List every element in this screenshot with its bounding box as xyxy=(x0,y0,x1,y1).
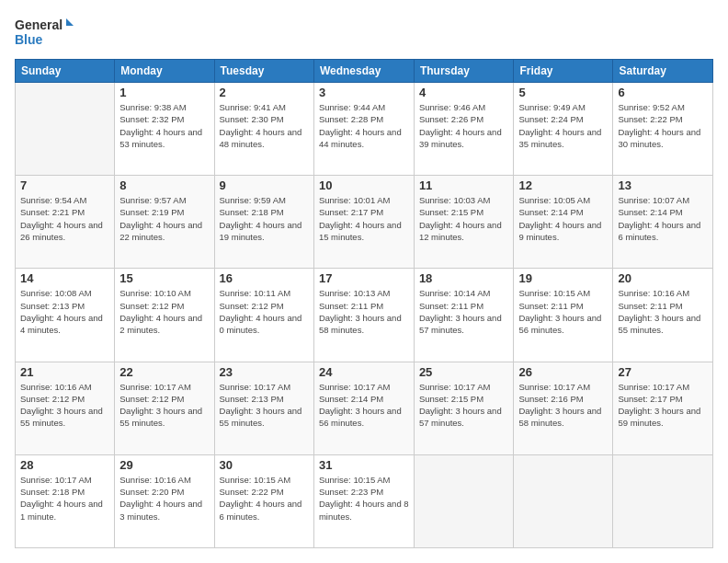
calendar-cell: 13Sunrise: 10:07 AM Sunset: 2:14 PM Dayl… xyxy=(613,176,713,269)
day-number: 20 xyxy=(618,271,708,285)
calendar-cell xyxy=(514,454,613,547)
day-info: Sunrise: 10:08 AM Sunset: 2:13 PM Daylig… xyxy=(20,287,109,336)
page: General Blue SundayMondayTuesdayWednesda… xyxy=(0,0,728,563)
calendar-cell: 28Sunrise: 10:17 AM Sunset: 2:18 PM Dayl… xyxy=(16,454,115,547)
calendar-cell: 15Sunrise: 10:10 AM Sunset: 2:12 PM Dayl… xyxy=(115,269,214,362)
weekday-header-row: SundayMondayTuesdayWednesdayThursdayFrid… xyxy=(16,60,713,83)
day-info: Sunrise: 10:16 AM Sunset: 2:11 PM Daylig… xyxy=(618,287,708,336)
week-row-4: 21Sunrise: 10:16 AM Sunset: 2:12 PM Dayl… xyxy=(16,362,713,454)
day-number: 25 xyxy=(419,365,509,379)
day-info: Sunrise: 9:46 AM Sunset: 2:26 PM Dayligh… xyxy=(419,101,509,150)
week-row-3: 14Sunrise: 10:08 AM Sunset: 2:13 PM Dayl… xyxy=(16,269,713,362)
calendar-cell: 17Sunrise: 10:13 AM Sunset: 2:11 PM Dayl… xyxy=(313,269,414,362)
calendar-cell: 4Sunrise: 9:46 AM Sunset: 2:26 PM Daylig… xyxy=(414,83,514,176)
weekday-saturday: Saturday xyxy=(613,60,713,83)
day-number: 26 xyxy=(518,365,608,379)
week-row-2: 7Sunrise: 9:54 AM Sunset: 2:21 PM Daylig… xyxy=(16,176,713,269)
day-number: 3 xyxy=(319,86,409,99)
calendar-cell: 30Sunrise: 10:15 AM Sunset: 2:22 PM Dayl… xyxy=(214,454,313,547)
calendar-cell: 29Sunrise: 10:16 AM Sunset: 2:20 PM Dayl… xyxy=(115,454,214,547)
day-number: 2 xyxy=(220,86,309,99)
day-number: 15 xyxy=(119,271,209,285)
day-number: 28 xyxy=(20,458,109,472)
day-number: 14 xyxy=(20,271,109,285)
calendar-cell: 23Sunrise: 10:17 AM Sunset: 2:13 PM Dayl… xyxy=(214,362,313,454)
day-info: Sunrise: 10:17 AM Sunset: 2:15 PM Daylig… xyxy=(419,381,509,430)
weekday-tuesday: Tuesday xyxy=(214,60,313,83)
calendar-cell: 25Sunrise: 10:17 AM Sunset: 2:15 PM Dayl… xyxy=(414,362,514,454)
calendar-cell: 2Sunrise: 9:41 AM Sunset: 2:30 PM Daylig… xyxy=(214,83,313,176)
day-number: 18 xyxy=(419,271,509,285)
day-number: 8 xyxy=(119,178,209,192)
day-info: Sunrise: 10:03 AM Sunset: 2:15 PM Daylig… xyxy=(419,194,509,243)
calendar-cell: 1Sunrise: 9:38 AM Sunset: 2:32 PM Daylig… xyxy=(115,83,214,176)
calendar-cell: 24Sunrise: 10:17 AM Sunset: 2:14 PM Dayl… xyxy=(313,362,414,454)
day-number: 1 xyxy=(119,86,209,99)
day-number: 22 xyxy=(119,365,209,379)
day-info: Sunrise: 10:16 AM Sunset: 2:12 PM Daylig… xyxy=(20,381,109,430)
day-info: Sunrise: 10:16 AM Sunset: 2:20 PM Daylig… xyxy=(119,474,209,523)
weekday-monday: Monday xyxy=(115,60,214,83)
day-info: Sunrise: 9:44 AM Sunset: 2:28 PM Dayligh… xyxy=(319,101,409,150)
calendar-cell: 9Sunrise: 9:59 AM Sunset: 2:18 PM Daylig… xyxy=(214,176,313,269)
day-number: 13 xyxy=(618,178,708,192)
day-number: 24 xyxy=(319,365,409,379)
calendar-cell: 8Sunrise: 9:57 AM Sunset: 2:19 PM Daylig… xyxy=(115,176,214,269)
day-number: 30 xyxy=(220,458,309,472)
day-number: 9 xyxy=(220,178,309,192)
day-info: Sunrise: 10:17 AM Sunset: 2:17 PM Daylig… xyxy=(618,381,708,430)
day-number: 6 xyxy=(618,86,708,99)
calendar-cell: 3Sunrise: 9:44 AM Sunset: 2:28 PM Daylig… xyxy=(313,83,414,176)
day-number: 11 xyxy=(419,178,509,192)
day-number: 7 xyxy=(20,178,109,192)
calendar-cell xyxy=(16,83,115,176)
calendar-cell: 11Sunrise: 10:03 AM Sunset: 2:15 PM Dayl… xyxy=(414,176,514,269)
day-number: 4 xyxy=(419,86,509,99)
calendar-cell: 26Sunrise: 10:17 AM Sunset: 2:16 PM Dayl… xyxy=(514,362,613,454)
weekday-wednesday: Wednesday xyxy=(313,60,414,83)
day-number: 27 xyxy=(618,365,708,379)
calendar-cell: 18Sunrise: 10:14 AM Sunset: 2:11 PM Dayl… xyxy=(414,269,514,362)
day-info: Sunrise: 9:38 AM Sunset: 2:32 PM Dayligh… xyxy=(119,101,209,150)
day-info: Sunrise: 10:15 AM Sunset: 2:11 PM Daylig… xyxy=(518,287,608,336)
day-number: 12 xyxy=(518,178,608,192)
svg-text:General: General xyxy=(15,17,63,32)
day-info: Sunrise: 10:10 AM Sunset: 2:12 PM Daylig… xyxy=(119,287,209,336)
day-info: Sunrise: 10:05 AM Sunset: 2:14 PM Daylig… xyxy=(518,194,608,243)
day-info: Sunrise: 9:59 AM Sunset: 2:18 PM Dayligh… xyxy=(220,194,309,243)
day-info: Sunrise: 10:17 AM Sunset: 2:18 PM Daylig… xyxy=(20,474,109,523)
calendar-table: SundayMondayTuesdayWednesdayThursdayFrid… xyxy=(15,59,713,548)
svg-marker-1 xyxy=(66,18,74,26)
calendar-cell: 5Sunrise: 9:49 AM Sunset: 2:24 PM Daylig… xyxy=(514,83,613,176)
weekday-sunday: Sunday xyxy=(16,60,115,83)
day-info: Sunrise: 10:17 AM Sunset: 2:12 PM Daylig… xyxy=(119,381,209,430)
calendar-cell: 31Sunrise: 10:15 AM Sunset: 2:23 PM Dayl… xyxy=(313,454,414,547)
calendar-cell: 12Sunrise: 10:05 AM Sunset: 2:14 PM Dayl… xyxy=(514,176,613,269)
calendar-cell: 22Sunrise: 10:17 AM Sunset: 2:12 PM Dayl… xyxy=(115,362,214,454)
day-info: Sunrise: 10:15 AM Sunset: 2:22 PM Daylig… xyxy=(220,474,309,523)
day-info: Sunrise: 9:52 AM Sunset: 2:22 PM Dayligh… xyxy=(618,101,708,150)
day-info: Sunrise: 9:57 AM Sunset: 2:19 PM Dayligh… xyxy=(119,194,209,243)
day-info: Sunrise: 9:49 AM Sunset: 2:24 PM Dayligh… xyxy=(518,101,608,150)
day-number: 17 xyxy=(319,271,409,285)
day-number: 31 xyxy=(319,458,409,472)
day-info: Sunrise: 10:01 AM Sunset: 2:17 PM Daylig… xyxy=(319,194,409,243)
week-row-5: 28Sunrise: 10:17 AM Sunset: 2:18 PM Dayl… xyxy=(16,454,713,547)
calendar-cell xyxy=(613,454,713,547)
week-row-1: 1Sunrise: 9:38 AM Sunset: 2:32 PM Daylig… xyxy=(16,83,713,176)
day-info: Sunrise: 10:14 AM Sunset: 2:11 PM Daylig… xyxy=(419,287,509,336)
day-number: 10 xyxy=(319,178,409,192)
calendar-cell: 10Sunrise: 10:01 AM Sunset: 2:17 PM Dayl… xyxy=(313,176,414,269)
calendar-cell: 21Sunrise: 10:16 AM Sunset: 2:12 PM Dayl… xyxy=(16,362,115,454)
day-info: Sunrise: 9:41 AM Sunset: 2:30 PM Dayligh… xyxy=(220,101,309,150)
calendar-cell: 6Sunrise: 9:52 AM Sunset: 2:22 PM Daylig… xyxy=(613,83,713,176)
day-info: Sunrise: 10:15 AM Sunset: 2:23 PM Daylig… xyxy=(319,474,409,523)
calendar-cell: 7Sunrise: 9:54 AM Sunset: 2:21 PM Daylig… xyxy=(16,176,115,269)
day-number: 5 xyxy=(518,86,608,99)
calendar-cell: 20Sunrise: 10:16 AM Sunset: 2:11 PM Dayl… xyxy=(613,269,713,362)
svg-text:Blue: Blue xyxy=(15,32,43,47)
day-number: 23 xyxy=(220,365,309,379)
day-info: Sunrise: 10:13 AM Sunset: 2:11 PM Daylig… xyxy=(319,287,409,336)
day-number: 29 xyxy=(119,458,209,472)
day-info: Sunrise: 10:17 AM Sunset: 2:14 PM Daylig… xyxy=(319,381,409,430)
